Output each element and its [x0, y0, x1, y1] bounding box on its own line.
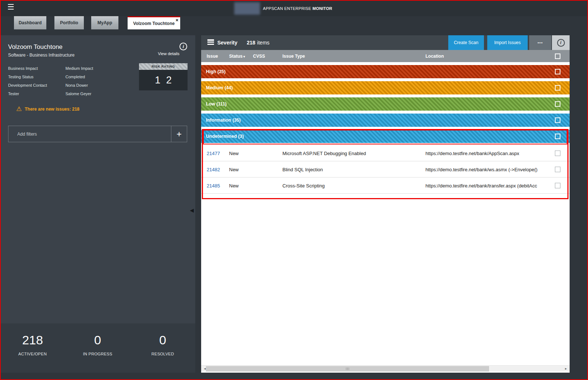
issues-header: Severity 218items Create Scan Import Iss… [201, 35, 570, 50]
field-business-impact: Business Impact Medium Impact [8, 64, 133, 72]
issue-id-link[interactable]: 21485 [207, 183, 220, 188]
appscan-monitor-page: ☰ APPSCAN ENTERPRISE MONITOR Dashboard P… [0, 0, 588, 380]
table-header-row: Issue Status▾ CVSS Issue Type Location [201, 50, 570, 62]
issue-checkbox[interactable] [555, 150, 560, 156]
issue-status: New [229, 183, 239, 188]
stripe-pattern [201, 97, 570, 111]
app-title: APPSCAN ENTERPRISE MONITOR [263, 6, 332, 11]
select-all-checkbox[interactable] [555, 53, 560, 59]
more-actions-button[interactable]: ••• [528, 35, 551, 50]
severity-group-label: Low (111) [206, 101, 227, 107]
app-title-bold: MONITOR [313, 6, 332, 11]
issue-row[interactable]: 21477 New Microsoft ASP.NET Debugging En… [201, 145, 570, 161]
column-status-label: Status [229, 54, 243, 59]
issue-type: Blind SQL Injection [282, 166, 323, 172]
new-issues-alert: ⚠ There are new issues: 218 [16, 106, 79, 112]
issue-row[interactable]: 21482 New Blind SQL Injection https://de… [201, 161, 570, 178]
issue-type: Cross-Site Scripting [282, 183, 325, 188]
group-by-title[interactable]: Severity [217, 40, 237, 46]
severity-group-undetermined[interactable]: Undetermined (3) [201, 130, 570, 143]
stripe-pattern [201, 130, 570, 143]
stripe-pattern [201, 65, 570, 78]
application-subtitle: Software - Business Infrastructure [8, 53, 75, 58]
field-label: Development Contact [8, 83, 65, 87]
group-checkbox[interactable] [555, 101, 560, 107]
tab-close-icon[interactable]: × [175, 17, 178, 23]
issue-row[interactable]: 21485 New Cross-Site Scripting https://d… [201, 178, 570, 194]
severity-group-high[interactable]: High (25) [201, 65, 570, 78]
issue-location: https://demo.testfire.net/bank/transfer.… [425, 183, 554, 188]
group-by-icon[interactable] [207, 39, 214, 47]
scroll-right-arrow[interactable]: ► [563, 366, 569, 372]
tab-label: Portfolio [60, 20, 78, 25]
risk-rating-label: RISK RATING [139, 63, 188, 70]
severity-group-label: Medium (44) [206, 85, 233, 90]
scrollbar-thumb[interactable] [206, 366, 489, 372]
issue-stats: 218 ACTIVE/OPEN 0 IN PROGRESS 0 RESOLVED [0, 323, 195, 373]
stat-value: 218 [0, 333, 65, 347]
horizontal-scrollbar[interactable]: ◄ ► [201, 365, 570, 372]
stripe-pattern [201, 81, 570, 94]
issue-id-link[interactable]: 21477 [207, 150, 220, 156]
import-issues-button[interactable]: Import Issues [487, 35, 528, 50]
severity-group-medium[interactable]: Medium (44) [201, 81, 570, 94]
column-issue-type[interactable]: Issue Type [282, 54, 305, 59]
hamburger-menu-icon[interactable]: ☰ [7, 3, 14, 11]
severity-group-label: High (25) [206, 69, 225, 74]
severity-group-label: Information (35) [206, 118, 240, 123]
field-value: Salome Geyer [65, 92, 91, 96]
add-filter-button[interactable]: + [171, 126, 187, 142]
tab-label: Dashboard [19, 20, 42, 25]
stripe-pattern [201, 114, 570, 127]
severity-group-information[interactable]: Information (35) [201, 114, 570, 127]
column-location[interactable]: Location [425, 54, 554, 59]
panel-info-button[interactable]: i [552, 35, 570, 50]
group-checkbox[interactable] [555, 134, 560, 139]
field-value: Medium Impact [65, 66, 93, 71]
add-filters-input[interactable] [8, 126, 171, 142]
app-brand: APPSCAN ENTERPRISE MONITOR [234, 2, 332, 15]
stat-label: ACTIVE/OPEN [0, 352, 65, 356]
group-checkbox[interactable] [555, 118, 560, 123]
stat-value: 0 [65, 333, 130, 347]
create-scan-button[interactable]: Create Scan [448, 35, 485, 50]
warning-icon: ⚠ [16, 106, 22, 112]
items-count-suffix: items [257, 40, 269, 46]
sort-desc-icon: ▾ [243, 55, 245, 58]
tab-portfolio[interactable]: Portfolio [54, 16, 84, 29]
tab-myapp[interactable]: MyApp [91, 16, 118, 29]
severity-group-low[interactable]: Low (111) [201, 97, 570, 111]
field-testing-status: Testing Status Completed [8, 72, 133, 81]
issue-id-link[interactable]: 21482 [207, 166, 220, 172]
tab-label: MyApp [97, 20, 112, 25]
stat-value: 0 [130, 333, 195, 347]
column-issue[interactable]: Issue [207, 54, 218, 59]
items-count-number: 218 [247, 40, 255, 46]
info-icon[interactable]: i [179, 43, 187, 50]
severity-group-label: Undetermined (3) [206, 134, 244, 139]
issue-status: New [229, 166, 239, 172]
view-details-link[interactable]: View details [158, 51, 180, 56]
collapse-panel-icon[interactable]: ◀ [190, 207, 194, 213]
field-label: Testing Status [8, 75, 65, 79]
column-cvss[interactable]: CVSS [253, 54, 265, 59]
issue-type: Microsoft ASP.NET Debugging Enabled [282, 150, 366, 156]
alert-text: There are new issues: 218 [25, 107, 79, 112]
tab-label: Volzoom Touchtone [133, 21, 175, 26]
issues-panel: Severity 218items Create Scan Import Iss… [201, 35, 570, 373]
stat-active-open: 218 ACTIVE/OPEN [0, 333, 65, 373]
field-development-contact: Development Contact Nona Dower [8, 81, 133, 89]
stat-resolved: 0 RESOLVED [130, 333, 195, 373]
issue-checkbox[interactable] [555, 183, 560, 188]
group-checkbox[interactable] [555, 85, 560, 91]
tab-volzoom-touchtone[interactable]: Volzoom Touchtone × [128, 16, 180, 29]
column-status[interactable]: Status▾ [229, 54, 245, 59]
issue-checkbox[interactable] [555, 166, 560, 172]
application-fields: Business Impact Medium Impact Testing St… [8, 64, 133, 98]
tab-dashboard[interactable]: Dashboard [14, 16, 46, 29]
stat-label: IN PROGRESS [65, 352, 130, 356]
group-checkbox[interactable] [555, 69, 560, 75]
field-tester: Tester Salome Geyer [8, 89, 133, 98]
items-count: 218items [247, 40, 270, 46]
issue-location: https://demo.testfire.net/bank/ws.asmx (… [425, 166, 554, 172]
